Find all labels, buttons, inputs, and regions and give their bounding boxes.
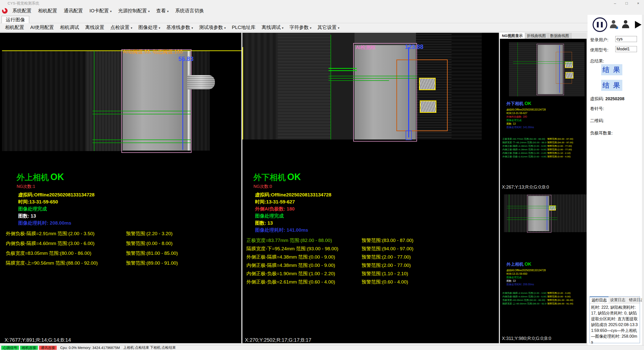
camera-info-lines: 虚拟码:Offline20250208133134728 时间:13-31-59…: [18, 191, 241, 227]
log-content: 耗时: 222, 缺陷检测耗时: 17, 缺陷分类耗时: 0, 缺陷提取分区耗时…: [590, 303, 640, 346]
pixel-coords-thumb1: X:267;Y:13;R:0;G:0;B:0: [500, 184, 587, 190]
run-cursor-icon[interactable]: [635, 21, 641, 28]
tool-offline-debug[interactable]: 离线调试: [259, 24, 286, 31]
pause-button[interactable]: [593, 17, 607, 32]
measurement-text: 内侧负极-隔膜=4.60mm 范围:(3.00 - 6.00): [6, 240, 94, 247]
minimize-button[interactable]: –: [609, 0, 621, 7]
tool-ai-usage-config[interactable]: AI使用配置: [27, 24, 57, 31]
warning-range-text: 预警范围:(89.00 - 91.00): [126, 260, 178, 266]
blue-measure-box: [406, 130, 412, 140]
virtual-code-value: 20250208: [605, 96, 624, 101]
tool-baseline-params[interactable]: 基准线参数: [163, 24, 196, 31]
measurement-text: 内侧正极-隔膜=4.38mm 范围:(0.00 - 9.00): [246, 262, 335, 269]
total-result-label: 总结果:: [590, 58, 604, 64]
log-panel: 运行日志 设置日志 错误日志 耗时: 222, 缺陷检测耗时: 17, 缺陷分类…: [590, 296, 640, 343]
camera-view-lower[interactable]: AI检测框 123.88 外下相机OK NG次数:0 虚拟码:Offline20…: [242, 33, 499, 343]
measurement-text: 负极宽度=83.05mm 范围:(80.00 - 86.00): [502, 299, 545, 302]
camera-view-upper[interactable]: AI动阈值:93, 动态阈值:100 55.83 外上相机OK NG次数:1 虚…: [2, 33, 241, 343]
camera-name: 外上相机: [17, 173, 49, 182]
process-done-line: 图像处理完成: [506, 276, 585, 279]
model-field[interactable]: [615, 46, 637, 52]
warning-range-text: 预警范围:(0.00 - 8.00): [547, 295, 570, 298]
virtual-code-line: 虚拟码:Offline20250208133134728: [255, 191, 499, 198]
pixel-coords-upper: X:7677;Y:891;R:14;G:14;B:14: [2, 337, 241, 343]
blue-measure-line: [559, 45, 560, 93]
roll-pin-label: 卷针号:: [590, 106, 604, 112]
menu-language-switch[interactable]: 系统语言切换: [172, 8, 207, 14]
virtual-code-row: 虚拟码: 20250208: [590, 96, 624, 102]
tool-offline-settings[interactable]: 离线设置: [82, 24, 107, 31]
measurement-text: 正极宽度=83.77mm 范围:(82.00 - 88.00): [502, 137, 545, 141]
thumb-result-text: 外下相机OK 虚拟码:Offline20250208133134728 时间:1…: [506, 101, 585, 129]
warning-range-text: 预警范围:(2.00 - 77.00): [547, 148, 572, 151]
yellow-tab-box: [565, 72, 573, 79]
tab-run-image[interactable]: 运行图像: [2, 16, 29, 24]
thumb-measurement-list: 外侧负极-隔膜=2.91mm 范围:(2.00 - 3.50)预警范围:(2.2…: [502, 292, 587, 306]
tool-image-processing[interactable]: 图像处理: [135, 24, 163, 31]
ng-count: NG次数:1: [17, 184, 241, 189]
menu-comm-config[interactable]: 通讯配置: [60, 8, 86, 14]
tool-camera-debug[interactable]: 相机调试: [57, 24, 82, 31]
machine-background: [278, 33, 331, 139]
measurement-text: 外侧正极-隔膜=4.38mm 范围:(0.00 - 9.00): [246, 254, 335, 260]
green-measure-line: [329, 68, 357, 69]
measurement-text: 外侧正极-负极=2.61mm 范围:(0.60 - 4.00): [246, 279, 335, 285]
app-logo-icon: [2, 8, 8, 14]
log-tabs: 运行日志 设置日志 错误日志: [590, 297, 640, 303]
tool-char-params[interactable]: 字符参数: [286, 24, 314, 31]
close-button[interactable]: ×: [632, 0, 644, 7]
warning-range-text: 预警范围:(0.60 - 4.00): [362, 279, 408, 285]
tool-spot-check-settings[interactable]: 点检设置: [107, 24, 135, 31]
process-time-line: 图像处理耗时: 141.00ms: [506, 126, 585, 129]
measurement-text: 隔膜宽度-下=95.24mm 范围:(93.00 - 98.00): [502, 141, 546, 144]
user-badge-icon: [616, 26, 618, 29]
vertical-scrollbar[interactable]: [642, 15, 644, 345]
window-controls: – □ ×: [609, 0, 644, 7]
green-measure-line: [92, 114, 191, 114]
login-user-field[interactable]: [615, 36, 637, 42]
image-count-line: 图数: 13: [506, 122, 585, 126]
menubar: 系统配置 相机配置 通讯配置 IO卡配置 光源控制配置 查看 系统语言切换: [0, 7, 644, 15]
tool-test-item-params[interactable]: 测试项参数: [196, 24, 229, 31]
ng-thumbnail-lower-camera[interactable]: 外下相机OK 虚拟码:Offline20250208133134728 时间:1…: [500, 39, 587, 184]
machine-background: [452, 33, 482, 139]
tab-run-log[interactable]: 运行日志: [590, 297, 608, 303]
tab-ng-view[interactable]: NG视图显示: [500, 33, 525, 39]
tab-error-log[interactable]: 错误日志: [627, 297, 644, 303]
tab-line-chart[interactable]: 折线曲线图: [525, 33, 548, 39]
ai-anode-count-line: 外侧AI负极数: 180: [255, 205, 499, 213]
user-button[interactable]: [609, 19, 618, 29]
camera-info-lines: 虚拟码:Offline20250208133134728 时间:13-31-59…: [506, 269, 585, 286]
tool-camera-config[interactable]: 相机配置: [2, 24, 27, 31]
tab-data-chart[interactable]: 数据曲线图: [548, 33, 571, 39]
green-measure-line: [507, 218, 557, 218]
measurement-text: 隔膜宽度-上=90.56mm 范围:(88.00 - 92.00): [6, 260, 98, 266]
machine-background: [242, 33, 278, 139]
measurement-row: 外侧正极-隔膜=4.38mm 范围:(0.00 - 9.00)预警范围:(2.0…: [242, 254, 499, 262]
menu-view[interactable]: 查看: [153, 8, 172, 14]
process-time-line: 图像处理耗时: 208.00ms: [506, 283, 585, 286]
image-count-line: 图数: 13: [506, 279, 585, 283]
yellow-tab-box: [420, 100, 436, 113]
camera-check-status: 上相机:点检结束 下相机:点检结束: [123, 345, 176, 350]
ng-thumbnail-upper-camera[interactable]: 外上相机OK 虚拟码:Offline20250208133134728 时间:1…: [500, 191, 587, 335]
result-ok-label: OK: [525, 262, 531, 267]
menu-light-control-config[interactable]: 光源控制配置: [115, 8, 153, 14]
measurement-text: 外侧正极-隔膜=4.38mm 范围:(0.00 - 9.00): [502, 145, 546, 148]
virtual-code-line: 虚拟码:Offline20250208133134728: [18, 191, 241, 198]
maximize-button[interactable]: □: [621, 0, 632, 7]
time-line: 时间:13-31-59-650: [506, 272, 585, 276]
menu-io-card-config[interactable]: IO卡配置: [86, 8, 115, 14]
tool-other-settings[interactable]: 其它设置: [314, 24, 342, 31]
orange-roi-box: [396, 59, 448, 131]
camera-connection-badge: 相机连接: [20, 346, 38, 350]
user-settings-button[interactable]: [621, 19, 630, 29]
menu-system-config[interactable]: 系统配置: [9, 8, 35, 14]
tab-settings-log[interactable]: 设置日志: [608, 297, 627, 303]
tool-plc-address-lib[interactable]: PLC地址库: [229, 24, 259, 31]
qr-code-label: 二维码:: [590, 118, 604, 124]
menu-camera-config[interactable]: 相机配置: [35, 8, 60, 14]
measurement-row: 外侧正极-负极=2.61mm 范围:(0.60 - 4.00)预警范围:(0.6…: [242, 279, 499, 287]
green-measure-line: [92, 111, 191, 111]
cpu-memory-status: Cpu: 0.0% Memory: 3424.41796875M: [60, 346, 120, 350]
